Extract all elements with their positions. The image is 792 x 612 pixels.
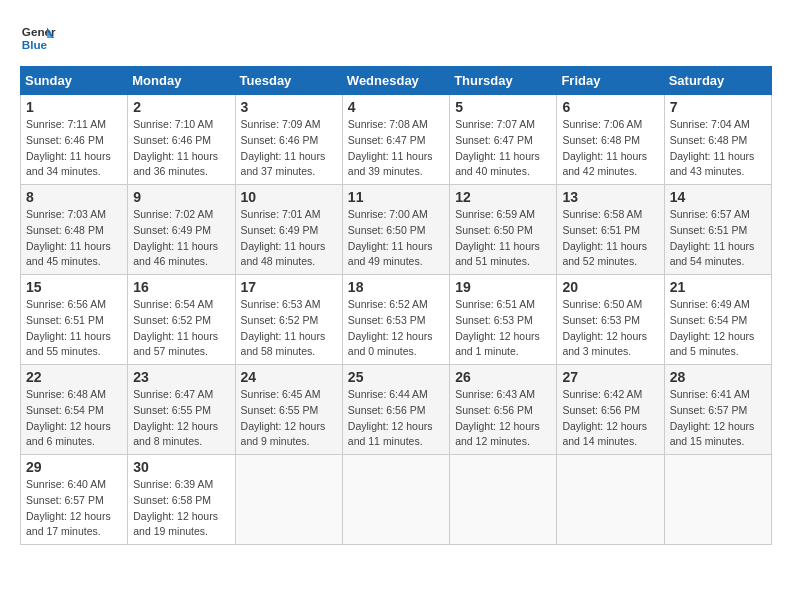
calendar-cell: 29Sunrise: 6:40 AM Sunset: 6:57 PM Dayli… xyxy=(21,455,128,545)
day-info: Sunrise: 6:48 AM Sunset: 6:54 PM Dayligh… xyxy=(26,387,122,450)
day-number: 22 xyxy=(26,369,122,385)
day-number: 19 xyxy=(455,279,551,295)
calendar-cell xyxy=(664,455,771,545)
calendar-cell: 7Sunrise: 7:04 AM Sunset: 6:48 PM Daylig… xyxy=(664,95,771,185)
day-number: 11 xyxy=(348,189,444,205)
calendar-table: SundayMondayTuesdayWednesdayThursdayFrid… xyxy=(20,66,772,545)
calendar-cell: 19Sunrise: 6:51 AM Sunset: 6:53 PM Dayli… xyxy=(450,275,557,365)
day-number: 6 xyxy=(562,99,658,115)
day-number: 21 xyxy=(670,279,766,295)
day-info: Sunrise: 6:52 AM Sunset: 6:53 PM Dayligh… xyxy=(348,297,444,360)
day-info: Sunrise: 6:49 AM Sunset: 6:54 PM Dayligh… xyxy=(670,297,766,360)
day-header-tuesday: Tuesday xyxy=(235,67,342,95)
calendar-cell: 1Sunrise: 7:11 AM Sunset: 6:46 PM Daylig… xyxy=(21,95,128,185)
day-number: 2 xyxy=(133,99,229,115)
calendar-cell: 9Sunrise: 7:02 AM Sunset: 6:49 PM Daylig… xyxy=(128,185,235,275)
day-info: Sunrise: 6:54 AM Sunset: 6:52 PM Dayligh… xyxy=(133,297,229,360)
day-number: 29 xyxy=(26,459,122,475)
day-info: Sunrise: 6:59 AM Sunset: 6:50 PM Dayligh… xyxy=(455,207,551,270)
svg-text:Blue: Blue xyxy=(22,38,48,51)
day-info: Sunrise: 6:40 AM Sunset: 6:57 PM Dayligh… xyxy=(26,477,122,540)
day-number: 18 xyxy=(348,279,444,295)
day-info: Sunrise: 6:43 AM Sunset: 6:56 PM Dayligh… xyxy=(455,387,551,450)
calendar-cell: 21Sunrise: 6:49 AM Sunset: 6:54 PM Dayli… xyxy=(664,275,771,365)
day-info: Sunrise: 7:09 AM Sunset: 6:46 PM Dayligh… xyxy=(241,117,337,180)
day-info: Sunrise: 7:01 AM Sunset: 6:49 PM Dayligh… xyxy=(241,207,337,270)
day-info: Sunrise: 7:11 AM Sunset: 6:46 PM Dayligh… xyxy=(26,117,122,180)
calendar-cell xyxy=(557,455,664,545)
day-number: 28 xyxy=(670,369,766,385)
day-info: Sunrise: 6:42 AM Sunset: 6:56 PM Dayligh… xyxy=(562,387,658,450)
day-info: Sunrise: 6:41 AM Sunset: 6:57 PM Dayligh… xyxy=(670,387,766,450)
calendar-cell: 28Sunrise: 6:41 AM Sunset: 6:57 PM Dayli… xyxy=(664,365,771,455)
day-number: 20 xyxy=(562,279,658,295)
day-number: 17 xyxy=(241,279,337,295)
day-number: 14 xyxy=(670,189,766,205)
day-header-friday: Friday xyxy=(557,67,664,95)
calendar-cell: 25Sunrise: 6:44 AM Sunset: 6:56 PM Dayli… xyxy=(342,365,449,455)
day-info: Sunrise: 6:47 AM Sunset: 6:55 PM Dayligh… xyxy=(133,387,229,450)
calendar-cell xyxy=(235,455,342,545)
calendar-cell: 15Sunrise: 6:56 AM Sunset: 6:51 PM Dayli… xyxy=(21,275,128,365)
logo: General Blue xyxy=(20,20,56,56)
calendar-cell: 13Sunrise: 6:58 AM Sunset: 6:51 PM Dayli… xyxy=(557,185,664,275)
day-number: 26 xyxy=(455,369,551,385)
day-number: 27 xyxy=(562,369,658,385)
day-info: Sunrise: 7:02 AM Sunset: 6:49 PM Dayligh… xyxy=(133,207,229,270)
calendar-cell: 8Sunrise: 7:03 AM Sunset: 6:48 PM Daylig… xyxy=(21,185,128,275)
day-info: Sunrise: 7:07 AM Sunset: 6:47 PM Dayligh… xyxy=(455,117,551,180)
calendar-cell xyxy=(342,455,449,545)
calendar-cell: 3Sunrise: 7:09 AM Sunset: 6:46 PM Daylig… xyxy=(235,95,342,185)
calendar-cell: 4Sunrise: 7:08 AM Sunset: 6:47 PM Daylig… xyxy=(342,95,449,185)
day-number: 9 xyxy=(133,189,229,205)
calendar-cell: 10Sunrise: 7:01 AM Sunset: 6:49 PM Dayli… xyxy=(235,185,342,275)
day-number: 16 xyxy=(133,279,229,295)
day-number: 23 xyxy=(133,369,229,385)
calendar-cell xyxy=(450,455,557,545)
day-info: Sunrise: 6:57 AM Sunset: 6:51 PM Dayligh… xyxy=(670,207,766,270)
calendar-cell: 30Sunrise: 6:39 AM Sunset: 6:58 PM Dayli… xyxy=(128,455,235,545)
day-info: Sunrise: 6:56 AM Sunset: 6:51 PM Dayligh… xyxy=(26,297,122,360)
calendar-cell: 5Sunrise: 7:07 AM Sunset: 6:47 PM Daylig… xyxy=(450,95,557,185)
day-header-monday: Monday xyxy=(128,67,235,95)
day-number: 3 xyxy=(241,99,337,115)
day-info: Sunrise: 6:44 AM Sunset: 6:56 PM Dayligh… xyxy=(348,387,444,450)
calendar-cell: 12Sunrise: 6:59 AM Sunset: 6:50 PM Dayli… xyxy=(450,185,557,275)
day-number: 8 xyxy=(26,189,122,205)
day-number: 4 xyxy=(348,99,444,115)
calendar-cell: 11Sunrise: 7:00 AM Sunset: 6:50 PM Dayli… xyxy=(342,185,449,275)
calendar-cell: 2Sunrise: 7:10 AM Sunset: 6:46 PM Daylig… xyxy=(128,95,235,185)
calendar-cell: 17Sunrise: 6:53 AM Sunset: 6:52 PM Dayli… xyxy=(235,275,342,365)
day-number: 10 xyxy=(241,189,337,205)
calendar-cell: 16Sunrise: 6:54 AM Sunset: 6:52 PM Dayli… xyxy=(128,275,235,365)
day-number: 15 xyxy=(26,279,122,295)
calendar-cell: 22Sunrise: 6:48 AM Sunset: 6:54 PM Dayli… xyxy=(21,365,128,455)
calendar-cell: 18Sunrise: 6:52 AM Sunset: 6:53 PM Dayli… xyxy=(342,275,449,365)
day-header-wednesday: Wednesday xyxy=(342,67,449,95)
day-header-thursday: Thursday xyxy=(450,67,557,95)
day-info: Sunrise: 7:00 AM Sunset: 6:50 PM Dayligh… xyxy=(348,207,444,270)
day-number: 13 xyxy=(562,189,658,205)
day-number: 30 xyxy=(133,459,229,475)
day-info: Sunrise: 7:06 AM Sunset: 6:48 PM Dayligh… xyxy=(562,117,658,180)
calendar-cell: 27Sunrise: 6:42 AM Sunset: 6:56 PM Dayli… xyxy=(557,365,664,455)
day-info: Sunrise: 6:45 AM Sunset: 6:55 PM Dayligh… xyxy=(241,387,337,450)
day-number: 12 xyxy=(455,189,551,205)
day-header-sunday: Sunday xyxy=(21,67,128,95)
day-header-saturday: Saturday xyxy=(664,67,771,95)
day-number: 25 xyxy=(348,369,444,385)
day-info: Sunrise: 7:10 AM Sunset: 6:46 PM Dayligh… xyxy=(133,117,229,180)
calendar-cell: 24Sunrise: 6:45 AM Sunset: 6:55 PM Dayli… xyxy=(235,365,342,455)
day-info: Sunrise: 7:08 AM Sunset: 6:47 PM Dayligh… xyxy=(348,117,444,180)
day-info: Sunrise: 6:58 AM Sunset: 6:51 PM Dayligh… xyxy=(562,207,658,270)
day-info: Sunrise: 7:04 AM Sunset: 6:48 PM Dayligh… xyxy=(670,117,766,180)
calendar-cell: 20Sunrise: 6:50 AM Sunset: 6:53 PM Dayli… xyxy=(557,275,664,365)
calendar-cell: 26Sunrise: 6:43 AM Sunset: 6:56 PM Dayli… xyxy=(450,365,557,455)
day-number: 7 xyxy=(670,99,766,115)
calendar-cell: 6Sunrise: 7:06 AM Sunset: 6:48 PM Daylig… xyxy=(557,95,664,185)
day-info: Sunrise: 7:03 AM Sunset: 6:48 PM Dayligh… xyxy=(26,207,122,270)
day-number: 24 xyxy=(241,369,337,385)
calendar-cell: 14Sunrise: 6:57 AM Sunset: 6:51 PM Dayli… xyxy=(664,185,771,275)
calendar-cell: 23Sunrise: 6:47 AM Sunset: 6:55 PM Dayli… xyxy=(128,365,235,455)
day-info: Sunrise: 6:53 AM Sunset: 6:52 PM Dayligh… xyxy=(241,297,337,360)
